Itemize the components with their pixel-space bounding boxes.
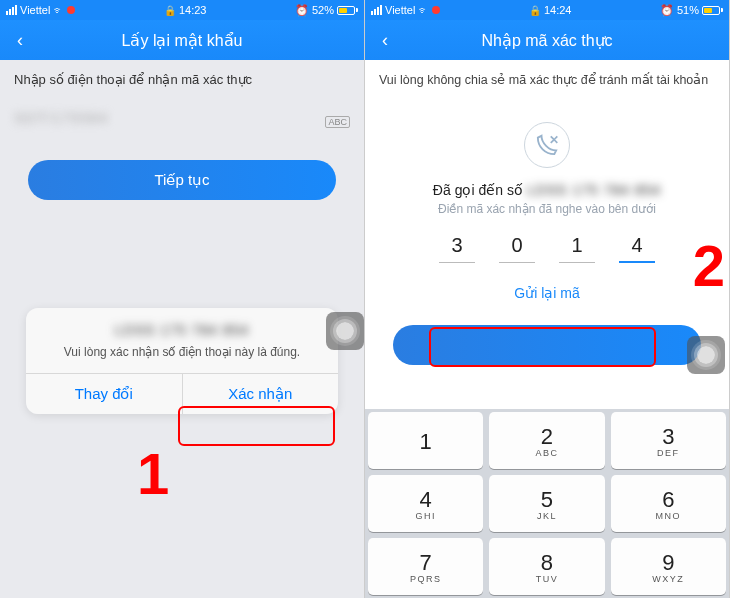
nav-title: Nhập mã xác thực <box>365 31 729 50</box>
nav-title: Lấy lại mật khẩu <box>0 31 364 50</box>
continue-button[interactable]: Tiếp tục <box>28 160 336 200</box>
back-button[interactable]: ‹ <box>365 20 405 60</box>
warning-text: Vui lòng không chia sẻ mã xác thực để tr… <box>365 60 729 102</box>
instruction-text: Nhập số điện thoại để nhận mã xác thực <box>0 60 364 99</box>
wifi-icon: ᯤ <box>418 4 429 16</box>
change-button[interactable]: Thay đổi <box>26 374 183 414</box>
phone-input[interactable]: SDT/175584 ABC <box>0 99 364 136</box>
carrier-label: Viettel <box>385 4 415 16</box>
call-missed-icon: ✕ <box>524 122 570 168</box>
wifi-icon: ᯤ <box>53 4 64 16</box>
signal-bars-icon <box>371 5 382 15</box>
code-instruction: Điền mã xác nhận đã nghe vào bên dưới <box>365 202 729 216</box>
battery-percent: 51% <box>677 4 699 16</box>
key-2[interactable]: 2ABC <box>489 412 604 469</box>
code-cell[interactable]: 0 <box>499 234 535 263</box>
abc-badge: ABC <box>325 116 350 128</box>
key-9[interactable]: 9WXYZ <box>611 538 726 595</box>
code-cell[interactable]: 3 <box>439 234 475 263</box>
key-5[interactable]: 5JKL <box>489 475 604 532</box>
key-3[interactable]: 3DEF <box>611 412 726 469</box>
back-button[interactable]: ‹ <box>0 20 40 60</box>
time-label: 14:24 <box>544 4 572 16</box>
alarm-icon: ⏰ <box>295 4 309 17</box>
modal-phone-number: LDSS 175 784 854 <box>44 322 320 338</box>
called-number-text: Đã gọi đến số LDSS 175 784 854 <box>365 182 729 198</box>
continue-button[interactable] <box>393 325 701 365</box>
code-input-row[interactable]: 3 0 1 4 <box>365 234 729 263</box>
code-cell[interactable]: 4 <box>619 234 655 263</box>
confirm-button[interactable]: Xác nhận <box>183 374 339 414</box>
time-label: 14:23 <box>179 4 207 16</box>
alarm-icon: ⏰ <box>660 4 674 17</box>
battery-icon <box>337 6 358 15</box>
battery-icon <box>702 6 723 15</box>
assistive-touch-icon[interactable] <box>687 336 725 374</box>
key-1[interactable]: 1 <box>368 412 483 469</box>
resend-link[interactable]: Gửi lại mã <box>365 285 729 301</box>
carrier-label: Viettel <box>20 4 50 16</box>
step-badge-1: 1 <box>137 440 187 512</box>
record-dot-icon <box>67 6 75 14</box>
confirm-modal: LDSS 175 784 854 Vui lòng xác nhận số đi… <box>26 308 338 414</box>
record-dot-icon <box>432 6 440 14</box>
numeric-keypad: 1 2ABC 3DEF 4GHI 5JKL 6MNO 7PQRS 8TUV 9W… <box>365 409 729 598</box>
assistive-touch-icon[interactable] <box>326 312 364 350</box>
signal-bars-icon <box>6 5 17 15</box>
lock-icon: 🔒 <box>529 5 541 16</box>
battery-percent: 52% <box>312 4 334 16</box>
lock-icon: 🔒 <box>164 5 176 16</box>
key-6[interactable]: 6MNO <box>611 475 726 532</box>
key-7[interactable]: 7PQRS <box>368 538 483 595</box>
key-4[interactable]: 4GHI <box>368 475 483 532</box>
modal-message: Vui lòng xác nhận số điện thoại này là đ… <box>44 344 320 361</box>
code-cell[interactable]: 1 <box>559 234 595 263</box>
key-8[interactable]: 8TUV <box>489 538 604 595</box>
